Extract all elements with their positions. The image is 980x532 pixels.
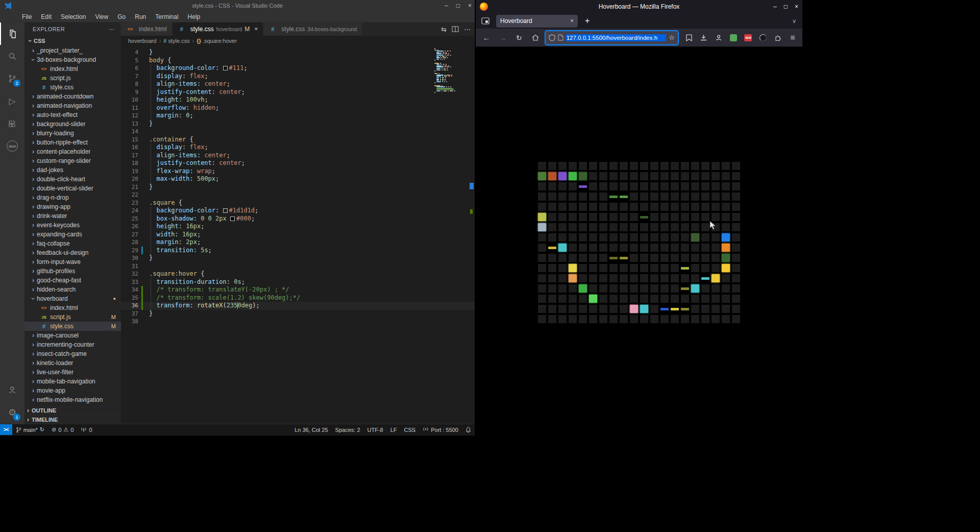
square[interactable] — [548, 244, 556, 252]
minimap[interactable] — [434, 48, 467, 94]
square[interactable] — [599, 315, 607, 323]
square[interactable] — [609, 244, 618, 252]
new-badge-extension-icon[interactable]: NEW — [743, 32, 754, 43]
code-line-36[interactable]: 36 transform: rotateX(2350deg); — [121, 302, 475, 310]
square[interactable] — [660, 213, 669, 221]
square[interactable] — [548, 213, 556, 221]
square[interactable] — [640, 264, 648, 272]
square[interactable] — [691, 244, 699, 252]
code-line-24[interactable]: 24 background-color: #1d1d1d; — [121, 207, 475, 215]
square[interactable] — [722, 315, 730, 323]
tree-item-background-slider[interactable]: ›background-slider — [24, 119, 121, 129]
square[interactable] — [732, 315, 740, 323]
tree-item-netflix-mobile-navigation[interactable]: ›netflix-mobile-navigation — [24, 395, 121, 404]
square[interactable] — [630, 274, 638, 282]
square[interactable] — [579, 305, 587, 313]
tree-item-script.js[interactable]: JSscript.js — [24, 74, 121, 83]
square[interactable] — [609, 203, 618, 211]
square[interactable] — [671, 192, 679, 201]
square[interactable] — [660, 305, 669, 313]
square[interactable] — [722, 213, 730, 221]
square[interactable] — [722, 244, 730, 252]
square[interactable] — [640, 254, 648, 262]
square[interactable] — [579, 284, 587, 293]
tree-item-feedback-ui-design[interactable]: ›feedback-ui-design — [24, 248, 121, 257]
square[interactable] — [732, 295, 740, 303]
tree-item-button-ripple-effect[interactable]: ›button-ripple-effect — [24, 138, 121, 147]
square[interactable] — [558, 162, 567, 170]
square[interactable] — [660, 284, 669, 293]
square[interactable] — [558, 305, 567, 313]
code-line-29[interactable]: 29 transition: 5s; — [121, 247, 475, 255]
square[interactable] — [630, 244, 638, 252]
cursor-position-status[interactable]: Ln 36, Col 25 — [291, 424, 331, 435]
square[interactable] — [660, 162, 669, 170]
square[interactable] — [599, 203, 607, 211]
square[interactable] — [609, 254, 618, 262]
square[interactable] — [671, 264, 679, 272]
square[interactable] — [548, 284, 556, 293]
square[interactable] — [548, 223, 556, 231]
vscode-close-button[interactable]: × — [468, 2, 472, 9]
code-line-16[interactable]: 16 display: flex; — [121, 143, 475, 152]
tree-item-good-cheap-fast[interactable]: ›good-cheap-fast — [24, 276, 121, 285]
tree-item-mobile-tab-navigation[interactable]: ›mobile-tab-navigation — [24, 377, 121, 386]
remote-indicator[interactable]: >< — [0, 424, 12, 435]
square[interactable] — [538, 305, 546, 313]
settings-gear-icon[interactable]: ⚙ 1 — [0, 401, 24, 424]
square[interactable] — [701, 264, 709, 272]
square[interactable] — [558, 192, 567, 201]
square[interactable] — [650, 223, 658, 231]
square[interactable] — [660, 233, 669, 241]
square[interactable] — [558, 264, 567, 272]
square[interactable] — [681, 192, 689, 201]
split-editor-icon[interactable] — [452, 26, 459, 33]
square[interactable] — [691, 305, 699, 313]
square[interactable] — [620, 315, 628, 323]
square[interactable] — [609, 172, 618, 180]
code-line-4[interactable]: 4} — [121, 49, 475, 57]
square[interactable] — [650, 254, 658, 262]
square[interactable] — [538, 162, 546, 170]
square[interactable] — [609, 315, 618, 323]
editor-tab-index.html[interactable]: <>index.html — [121, 22, 173, 36]
square[interactable] — [671, 305, 679, 313]
square[interactable] — [589, 315, 597, 323]
square[interactable] — [609, 213, 618, 221]
square[interactable] — [620, 172, 628, 180]
square[interactable] — [701, 172, 709, 180]
tree-item-animated-countdown[interactable]: ›animated-countdown — [24, 92, 121, 101]
square[interactable] — [712, 192, 720, 201]
url-bar[interactable]: 127.0.0.1:5500/hoverboard/index.h ☆ — [545, 31, 678, 45]
square[interactable] — [569, 284, 577, 293]
square[interactable] — [630, 192, 638, 201]
square[interactable] — [650, 233, 658, 241]
square[interactable] — [650, 182, 658, 190]
menu-selection[interactable]: Selection — [56, 11, 90, 22]
tree-item-drink-water[interactable]: ›drink-water — [24, 211, 121, 221]
square[interactable] — [660, 295, 669, 303]
square[interactable] — [579, 223, 587, 231]
square[interactable] — [640, 223, 648, 231]
square[interactable] — [589, 192, 597, 201]
square[interactable] — [712, 244, 720, 252]
square[interactable] — [589, 203, 597, 211]
darkreader-extension-icon[interactable] — [757, 32, 769, 43]
square[interactable] — [722, 274, 730, 282]
square[interactable] — [722, 192, 730, 201]
square[interactable] — [579, 244, 587, 252]
square[interactable] — [701, 274, 709, 282]
square[interactable] — [681, 274, 689, 282]
square[interactable] — [722, 172, 730, 180]
square[interactable] — [620, 264, 628, 272]
square[interactable] — [548, 182, 556, 190]
square[interactable] — [712, 295, 720, 303]
editor-tab-style.css-hoverboard[interactable]: #style.csshoverboardM× — [173, 22, 264, 36]
menu-run[interactable]: Run — [130, 11, 151, 22]
tree-item-index.html[interactable]: <>index.html — [24, 64, 121, 74]
square[interactable] — [701, 244, 709, 252]
vscode-maximize-button[interactable]: □ — [456, 2, 460, 9]
square[interactable] — [599, 162, 607, 170]
code-line-7[interactable]: 7 display: flex; — [121, 72, 475, 81]
menu-hamburger-icon[interactable]: ≡ — [787, 32, 798, 43]
